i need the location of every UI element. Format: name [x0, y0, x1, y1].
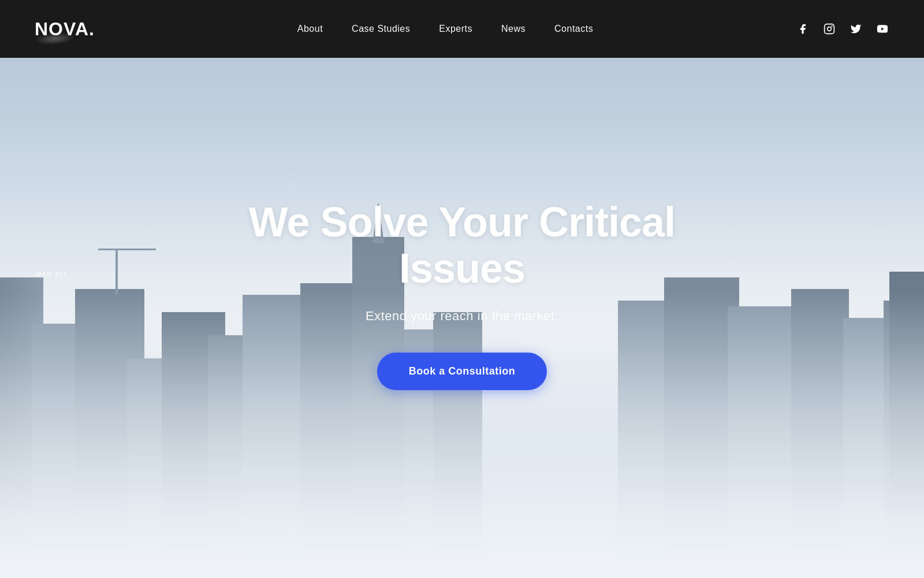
nav-about[interactable]: About: [297, 24, 323, 34]
building-label-mag: MAG 214: [36, 271, 67, 277]
hero-subheadline: Extend your reach in the market.: [225, 309, 699, 324]
crane-mast: [116, 249, 118, 295]
logo[interactable]: NOVA.: [35, 18, 95, 40]
social-icons: [796, 22, 889, 36]
header: NOVA. About Case Studies Experts News Co…: [0, 0, 924, 58]
crane-arm: [98, 249, 156, 250]
svg-rect-0: [825, 24, 834, 34]
crane: [116, 249, 118, 295]
instagram-icon[interactable]: [822, 22, 836, 36]
svg-point-2: [831, 25, 833, 27]
svg-point-1: [828, 27, 832, 31]
logo-area: NOVA.: [35, 18, 95, 40]
main-nav: About Case Studies Experts News Contacts: [297, 24, 593, 34]
nav-news[interactable]: News: [501, 24, 526, 34]
nav-contacts[interactable]: Contacts: [554, 24, 593, 34]
hero-section: MAG 214 We Solve Your Critical Issues Ex…: [0, 58, 924, 578]
nav-case-studies[interactable]: Case Studies: [352, 24, 410, 34]
hero-content: We Solve Your Critical Issues Extend you…: [202, 199, 722, 390]
facebook-icon[interactable]: [796, 22, 810, 36]
book-consultation-button[interactable]: Book a Consultation: [377, 353, 547, 390]
nav-experts[interactable]: Experts: [439, 24, 472, 34]
hero-headline: We Solve Your Critical Issues: [225, 199, 699, 291]
youtube-icon[interactable]: [875, 22, 889, 36]
twitter-icon[interactable]: [849, 22, 863, 36]
